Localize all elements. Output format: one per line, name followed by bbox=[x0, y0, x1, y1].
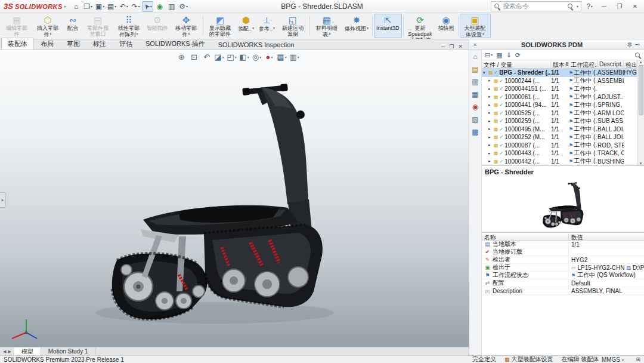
options-icon[interactable]: ⚙ bbox=[178, 1, 189, 12]
appearances-scenes-icon[interactable]: ◉ bbox=[470, 102, 481, 112]
save-icon[interactable]: ▣ bbox=[94, 1, 106, 12]
pdm-file-row[interactable]: ▦✓10000259 (... 1/1 ⚑工作中 (... SUB ASS... bbox=[482, 117, 637, 125]
search-dropdown-icon[interactable] bbox=[576, 3, 578, 10]
status-options-icon[interactable]: ⊞ bbox=[636, 356, 640, 362]
print-icon[interactable]: ▤ bbox=[106, 1, 117, 12]
window-close-button[interactable]: ✕ bbox=[628, 1, 642, 12]
copy-tree-icon[interactable]: ▦ bbox=[496, 51, 502, 59]
pdm-file-row[interactable]: ▦✓10000252 (M... 1/1 ⚑工作中 (... BALL JOI.… bbox=[482, 133, 637, 141]
pdm-file-row[interactable]: ▦✓2000044151 (... 1/1 ⚑工作中 (... bbox=[482, 85, 637, 93]
ribbon-button-bill-of-materials[interactable]: ▦ 材料明细表 bbox=[311, 14, 342, 38]
expand-arrow-icon[interactable] bbox=[483, 70, 487, 75]
ribbon-button-assembly-features[interactable]: ⬢ 装配.. bbox=[236, 14, 256, 38]
expand-arrow-icon[interactable] bbox=[488, 127, 493, 131]
pdm-file-row[interactable]: ▦✓10000244 (... 1/1 ⚑工作中 (... ASSEMBL.. bbox=[482, 77, 637, 85]
column-checked-out[interactable]: 检出... bbox=[624, 60, 637, 68]
ribbon-button-update-speedpak[interactable]: ⟳ 更新 Speedpak 子装配体 bbox=[405, 14, 436, 38]
window-maximize-button[interactable]: ❐ bbox=[613, 1, 626, 12]
refresh-icon[interactable]: ⟳ bbox=[515, 51, 521, 59]
column-version[interactable]: 版本号 bbox=[551, 60, 569, 68]
undo-icon[interactable]: ↶ bbox=[118, 1, 129, 12]
ribbon-button-insert-component[interactable]: ⬡ 插入零部件 bbox=[32, 14, 63, 38]
pdm-file-row[interactable]: ▦✓10000087 (... 1/1 ⚑工作中 (... ROD, STE..… bbox=[482, 141, 637, 150]
tab-scroll-left-icon[interactable]: ◀ bbox=[3, 349, 6, 354]
help-icon[interactable]: ? bbox=[584, 1, 595, 12]
document-close-icon[interactable]: ✕ bbox=[458, 44, 463, 50]
pdm-file-row[interactable]: ▦✓10000525 (... 1/1 ⚑工作中 (... ARM LOC... bbox=[482, 109, 637, 118]
command-search-input[interactable]: 搜索命令 bbox=[491, 1, 581, 11]
tree-display-icon[interactable]: ⊟ bbox=[485, 51, 493, 59]
ribbon-button-show-hidden[interactable]: ◩ 显示隐藏的零部件 bbox=[205, 14, 236, 38]
file-properties-icon[interactable]: ▥ bbox=[166, 1, 177, 12]
expand-arrow-icon[interactable] bbox=[488, 87, 493, 91]
tab-evaluate[interactable]: 评估 bbox=[113, 38, 139, 50]
custom-properties-icon[interactable]: ▧ bbox=[470, 115, 481, 124]
ribbon-button-reference-geometry[interactable]: ⟂ 参考.. bbox=[256, 14, 277, 38]
tab-assembly[interactable]: 装配体 bbox=[1, 38, 34, 50]
file-explorer-icon[interactable]: ▥ bbox=[470, 77, 481, 87]
select-tool-icon[interactable]: ➤ bbox=[142, 1, 153, 12]
expand-arrow-icon[interactable] bbox=[488, 110, 493, 115]
expand-arrow-icon[interactable] bbox=[488, 103, 493, 107]
graphics-viewport[interactable]: ⊕ ⊡ ↶ ◪ ◰ ◧ ◎ ● ▦ ▥ bbox=[0, 50, 469, 347]
tab-solidworks-addins[interactable]: SOLIDWORKS 插件 bbox=[139, 38, 212, 50]
pdm-vault-icon[interactable]: ▩ bbox=[470, 127, 481, 137]
expand-arrow-icon[interactable] bbox=[488, 159, 493, 164]
expand-arrow-icon[interactable] bbox=[488, 94, 493, 99]
ribbon-button-smart-fasteners[interactable]: ⚙ 智能扣件 bbox=[144, 14, 171, 38]
expand-arrow-icon[interactable] bbox=[488, 151, 493, 156]
solidworks-logo[interactable]: 3S SOLIDWORKS ▸ bbox=[2, 2, 70, 11]
ribbon-button-mate[interactable]: ∾ 配合 bbox=[63, 14, 82, 38]
panel-options-icon[interactable]: ⚙ bbox=[626, 41, 634, 48]
pdm-file-row[interactable]: ▦✓10000061 (... 1/1 ⚑工作中 (... ADJUST... bbox=[482, 93, 637, 101]
column-file-variable[interactable]: 文件 / 变量 bbox=[482, 60, 551, 68]
ribbon-button-linear-pattern[interactable]: ⠿ 线性零部件阵列 bbox=[113, 14, 144, 38]
pin-icon[interactable]: ⊸ bbox=[634, 41, 641, 48]
ribbon-button-component-preview[interactable]: ▤ 零部件预览窗口 bbox=[82, 14, 113, 38]
feature-manager-flyout-tab[interactable]: ▸ bbox=[0, 192, 6, 208]
view-palette-icon[interactable]: ▦ bbox=[470, 90, 481, 99]
rebuild-icon[interactable]: ◉ bbox=[154, 1, 165, 12]
collapse-panel-icon[interactable]: « bbox=[472, 41, 478, 48]
ribbon-button-edit-component[interactable]: ▦ 编辑零部件 bbox=[1, 14, 32, 38]
document-minimize-icon[interactable]: ─ bbox=[441, 44, 445, 50]
get-version-icon[interactable]: ⇓ bbox=[506, 51, 512, 59]
pdm-file-row[interactable]: ▦✓10000495 (M... 1/1 ⚑工作中 (... BALL JOI.… bbox=[482, 125, 637, 134]
units-selector[interactable]: MMGS bbox=[602, 356, 624, 363]
tab-layout[interactable]: 布局 bbox=[34, 38, 60, 50]
design-library-icon[interactable]: ▤ bbox=[470, 64, 481, 74]
expand-arrow-icon[interactable] bbox=[488, 78, 493, 83]
ribbon-button-move-component[interactable]: ✥ 移动零部件 bbox=[171, 14, 202, 38]
solidworks-resources-icon[interactable]: ⌂ bbox=[470, 52, 481, 61]
expand-arrow-icon[interactable] bbox=[488, 135, 493, 140]
redo-icon[interactable]: ↷ bbox=[130, 1, 141, 12]
document-restore-icon[interactable]: ❐ bbox=[449, 44, 454, 50]
column-description[interactable]: Descript... bbox=[597, 60, 624, 68]
ribbon-button-instant3d[interactable]: ⇱ Instant3D bbox=[374, 14, 402, 38]
ribbon-button-large-assembly-settings[interactable]: ▣ 大型装配体设置 bbox=[460, 14, 491, 38]
pdm-file-row[interactable]: ▦✓BPG - Shredder (... 1/1 ⚑工作中 (... ASSE… bbox=[482, 69, 637, 77]
tab-model[interactable]: 模型 bbox=[14, 347, 41, 355]
shredder-3d-model[interactable] bbox=[0, 50, 469, 347]
ribbon-button-take-snapshot[interactable]: ◉ 拍快照 bbox=[436, 14, 457, 38]
ribbon-button-new-motion-study[interactable]: ◱ 新建运动算例 bbox=[277, 14, 308, 38]
tab-scroll-right-icon[interactable]: ▶ bbox=[8, 349, 11, 354]
tab-solidworks-inspection[interactable]: SOLIDWORKS Inspection bbox=[212, 39, 301, 50]
expand-arrow-icon[interactable] bbox=[488, 119, 493, 124]
pdm-search-icon[interactable] bbox=[634, 52, 641, 59]
tab-motion-study-1[interactable]: Motion Study 1 bbox=[41, 347, 96, 355]
menu-expand-icon[interactable]: ▸ bbox=[64, 4, 67, 9]
search-scope-icon[interactable] bbox=[567, 3, 574, 10]
home-icon[interactable]: ⌂ bbox=[70, 1, 82, 12]
window-minimize-button[interactable]: ─ bbox=[597, 1, 611, 12]
pdm-file-row[interactable]: ▦✓10000442 (... 1/1 ⚑工作中 (... BUSHING... bbox=[482, 158, 637, 166]
ribbon-button-exploded-view[interactable]: ✸ 爆炸视图 bbox=[342, 14, 371, 38]
expand-arrow-icon[interactable] bbox=[488, 143, 493, 147]
pdm-file-row[interactable]: ▦✓10000441 (94... 1/1 ⚑工作中 (... SPRING, … bbox=[482, 101, 637, 109]
column-workflow[interactable]: 工作流程... bbox=[569, 60, 597, 68]
open-icon[interactable]: ❒ bbox=[82, 1, 94, 12]
scroll-up-icon[interactable]: ▲ bbox=[639, 60, 643, 64]
scrollbar-thumb[interactable] bbox=[639, 65, 643, 115]
file-list-scrollbar[interactable]: ▲ ▼ bbox=[637, 60, 644, 165]
tab-sketch[interactable]: 草图 bbox=[60, 38, 86, 50]
